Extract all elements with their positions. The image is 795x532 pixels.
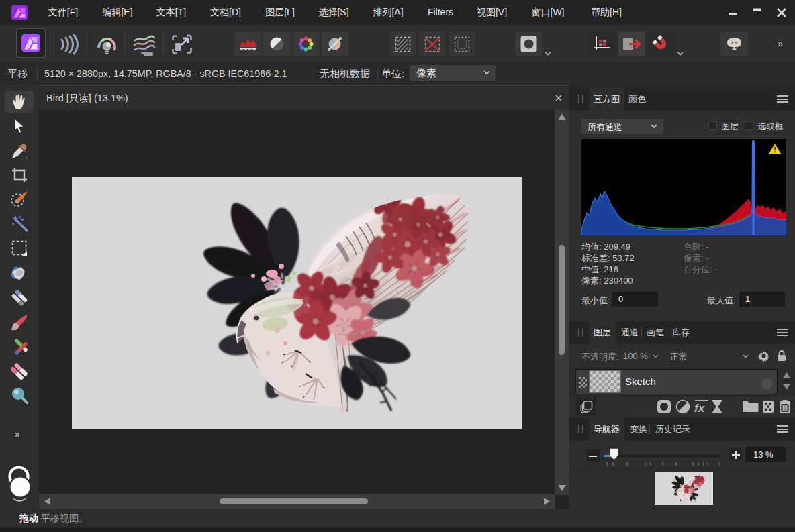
svg-text:fx: fx: [694, 402, 706, 414]
